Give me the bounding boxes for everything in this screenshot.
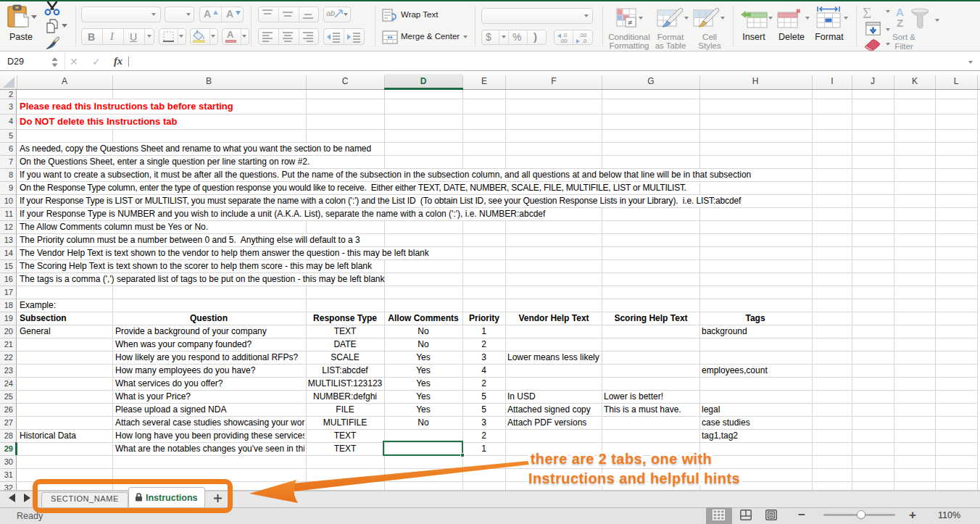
- svg-text:≠: ≠: [628, 18, 632, 27]
- svg-text:.0: .0: [582, 38, 586, 43]
- svg-text:.00: .00: [560, 38, 567, 43]
